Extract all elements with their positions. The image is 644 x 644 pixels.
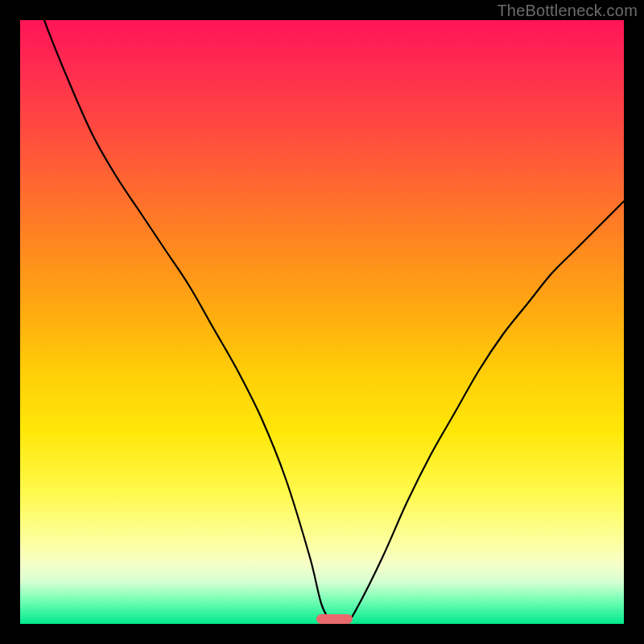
optimal-marker [316, 614, 353, 624]
curve-path [20, 20, 624, 624]
bottleneck-curve [20, 20, 624, 624]
plot-area [20, 20, 624, 624]
chart-frame: TheBottleneck.com [0, 0, 644, 644]
watermark-text: TheBottleneck.com [497, 2, 638, 20]
